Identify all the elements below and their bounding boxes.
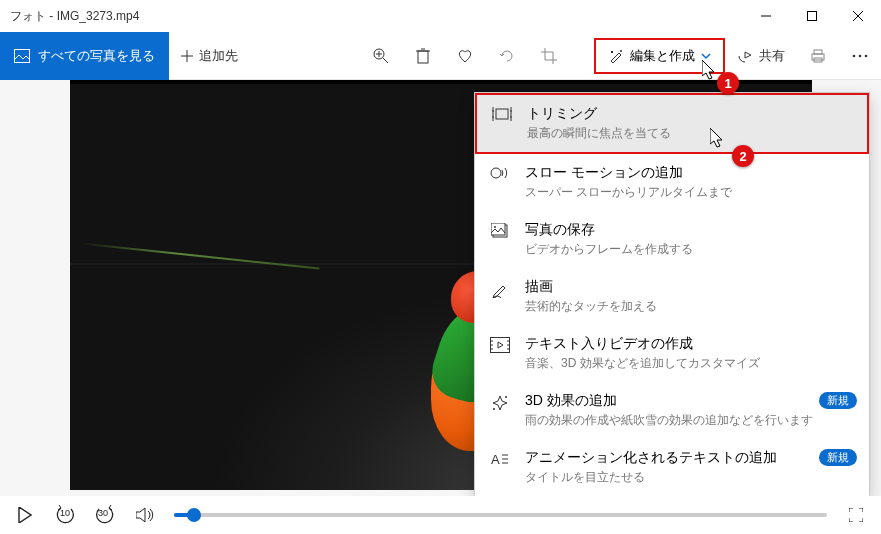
text-video-icon — [490, 337, 510, 353]
callout-1: 1 — [717, 72, 739, 94]
skip-back-label: 10 — [60, 508, 70, 518]
menu-item-save-photo[interactable]: 写真の保存ビデオからフレームを作成する — [475, 211, 869, 268]
see-all-photos-button[interactable]: すべての写真を見る — [0, 32, 169, 80]
seek-bar[interactable] — [174, 513, 827, 517]
svg-marker-56 — [136, 508, 145, 522]
menu-item-title: 写真の保存 — [525, 221, 693, 239]
rotate-icon — [499, 48, 515, 64]
menu-item-desc: 雨の効果の作成や紙吹雪の効果の追加などを行います — [525, 412, 813, 429]
svg-rect-39 — [491, 338, 510, 353]
seek-knob[interactable] — [187, 508, 201, 522]
animated-text-icon: A — [491, 451, 509, 467]
trim-icon — [492, 107, 512, 121]
delete-button[interactable] — [402, 32, 444, 80]
heart-icon — [457, 49, 473, 63]
svg-point-47 — [505, 396, 507, 398]
add-to-label: 追加先 — [199, 47, 238, 65]
svg-point-26 — [859, 54, 862, 57]
more-button[interactable] — [839, 32, 881, 80]
svg-rect-28 — [496, 109, 508, 119]
menu-item-title: トリミング — [527, 105, 671, 123]
see-all-photos-label: すべての写真を見る — [38, 47, 155, 65]
crop-button[interactable] — [528, 32, 570, 80]
title-bar: フォト - IMG_3273.mp4 — [0, 0, 881, 32]
save-photo-icon — [491, 223, 509, 239]
fullscreen-button[interactable] — [845, 504, 867, 526]
zoom-icon — [373, 48, 389, 64]
draw-icon — [491, 280, 509, 298]
svg-marker-46 — [498, 342, 503, 348]
new-badge: 新規 — [819, 449, 857, 466]
svg-rect-37 — [491, 223, 505, 235]
svg-text:A: A — [491, 452, 500, 467]
menu-item-text-video[interactable]: テキスト入りビデオの作成音楽、3D 効果などを追加してカスタマイズ — [475, 325, 869, 382]
share-button[interactable]: 共有 — [725, 32, 797, 80]
volume-button[interactable] — [134, 504, 156, 526]
menu-item-title: 3D 効果の追加 — [525, 392, 813, 410]
svg-line-8 — [383, 58, 388, 63]
window-title: フォト - IMG_3273.mp4 — [0, 8, 743, 25]
add-to-button[interactable]: 追加先 — [169, 32, 250, 80]
magic-icon — [608, 48, 624, 64]
svg-point-25 — [853, 54, 856, 57]
menu-item-desc: ビデオからフレームを作成する — [525, 241, 693, 258]
play-button[interactable] — [14, 504, 36, 526]
ellipsis-icon — [852, 54, 868, 58]
svg-point-38 — [494, 226, 496, 228]
share-icon — [737, 49, 753, 63]
menu-item-desc: スーパー スローからリアルタイムまで — [525, 184, 732, 201]
svg-rect-4 — [15, 49, 30, 62]
chevron-down-icon — [701, 51, 711, 61]
edit-create-label: 編集と作成 — [630, 47, 695, 65]
skip-back-button[interactable]: 10 — [54, 504, 76, 526]
toolbar: すべての写真を見る 追加先 編集と作成 共有 — [0, 32, 881, 80]
minimize-button[interactable] — [743, 0, 789, 32]
edit-create-menu: トリミング最高の瞬間に焦点を当てる スロー モーションの追加スーパー スローから… — [474, 92, 870, 497]
skip-fwd-label: 30 — [98, 508, 108, 518]
menu-item-desc: タイトルを目立たせる — [525, 469, 777, 486]
svg-point-48 — [493, 408, 495, 410]
menu-item-title: スロー モーションの追加 — [525, 164, 732, 182]
callout-2: 2 — [732, 145, 754, 167]
sparkle-icon — [491, 394, 509, 412]
menu-item-title: 描画 — [525, 278, 657, 296]
menu-item-title: テキスト入りビデオの作成 — [525, 335, 760, 353]
menu-item-animated-text[interactable]: A アニメーション化されるテキストの追加タイトルを目立たせる 新規 — [475, 439, 869, 496]
slowmo-icon — [490, 166, 510, 180]
svg-point-27 — [865, 54, 868, 57]
menu-item-title: アニメーション化されるテキストの追加 — [525, 449, 777, 467]
close-button[interactable] — [835, 0, 881, 32]
trash-icon — [416, 48, 430, 64]
skip-forward-button[interactable]: 30 — [94, 504, 116, 526]
menu-item-slowmo[interactable]: スロー モーションの追加スーパー スローからリアルタイムまで — [475, 154, 869, 211]
svg-point-35 — [491, 168, 501, 178]
menu-item-draw[interactable]: 描画芸術的なタッチを加える — [475, 268, 869, 325]
print-button[interactable] — [797, 32, 839, 80]
svg-marker-55 — [19, 507, 31, 523]
menu-item-desc: 芸術的なタッチを加える — [525, 298, 657, 315]
share-label: 共有 — [759, 47, 785, 65]
menu-item-desc: 音楽、3D 効果などを追加してカスタマイズ — [525, 355, 760, 372]
plus-icon — [181, 50, 193, 62]
menu-item-3d-effects[interactable]: 3D 効果の追加雨の効果の作成や紙吹雪の効果の追加などを行います 新規 — [475, 382, 869, 439]
favorite-button[interactable] — [444, 32, 486, 80]
edit-create-button[interactable]: 編集と作成 — [594, 38, 725, 74]
new-badge: 新規 — [819, 392, 857, 409]
print-icon — [810, 49, 826, 63]
menu-item-desc: 最高の瞬間に焦点を当てる — [527, 125, 671, 142]
rotate-button[interactable] — [486, 32, 528, 80]
svg-rect-11 — [418, 51, 428, 63]
svg-rect-23 — [814, 50, 822, 54]
zoom-button[interactable] — [360, 32, 402, 80]
photos-icon — [14, 49, 30, 63]
crop-icon — [541, 48, 557, 64]
maximize-button[interactable] — [789, 0, 835, 32]
svg-rect-1 — [808, 12, 817, 21]
player-bar: 10 30 — [0, 496, 881, 534]
menu-item-trim[interactable]: トリミング最高の瞬間に焦点を当てる — [475, 93, 869, 154]
